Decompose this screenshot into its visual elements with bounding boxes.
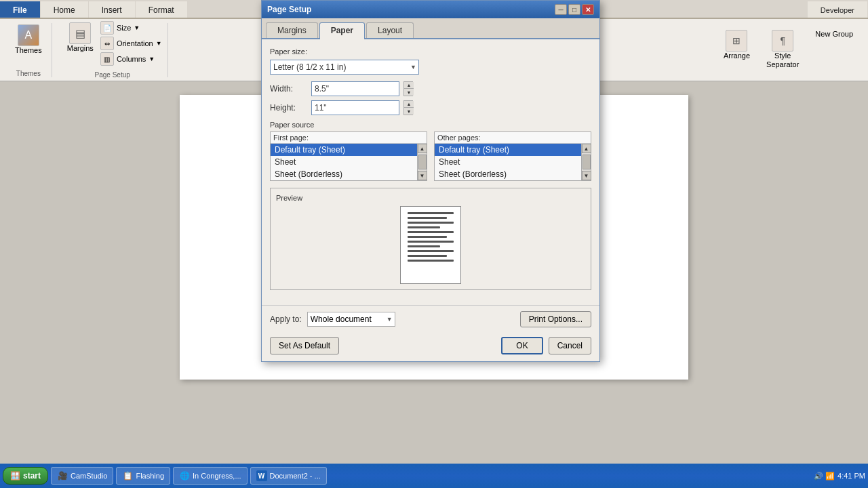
first-page-item-2[interactable]: Sheet (Borderless) <box>271 168 417 180</box>
margins-label: Margins <box>67 44 94 52</box>
size-button[interactable]: 📄 Size ▼ <box>100 21 162 35</box>
preview-line-10 <box>408 255 447 257</box>
orientation-button[interactable]: ⇔ Orientation ▼ <box>100 37 162 50</box>
width-row: Width: ▲ ▼ <box>270 81 591 96</box>
close-button[interactable]: ✕ <box>582 4 594 15</box>
first-page-item-1[interactable]: Sheet <box>271 156 417 168</box>
preview-line-4 <box>408 226 440 228</box>
word-icon: W <box>256 470 267 481</box>
width-down-arrow[interactable]: ▼ <box>404 89 414 96</box>
style-separator-icon: ¶ <box>772 30 793 52</box>
browser-icon: 🌐 <box>179 470 190 481</box>
maximize-button[interactable]: □ <box>568 4 580 15</box>
ok-button[interactable]: OK <box>501 337 542 354</box>
ribbon-group-page-setup: ▤ Margins 📄 Size ▼ ⇔ Orientation ▼ <box>58 23 168 77</box>
tab-file-label: File <box>13 5 27 15</box>
first-page-scroll-up[interactable]: ▲ <box>418 144 427 153</box>
preview-line-8 <box>408 245 440 247</box>
paper-source-label: Paper source <box>270 121 591 129</box>
start-label: start <box>23 471 41 481</box>
orientation-chevron: ▼ <box>156 40 162 47</box>
margins-button[interactable]: ▤ Margins <box>63 21 98 66</box>
width-input[interactable] <box>311 81 399 96</box>
apply-to-select[interactable]: Whole document This section This point f… <box>307 312 395 327</box>
other-pages-item-0[interactable]: Default tray (Sheet) <box>435 144 581 156</box>
flashing-icon: 📋 <box>122 470 133 481</box>
other-pages-scroll-down[interactable]: ▼ <box>582 171 591 180</box>
page-setup-dialog: Page Setup ─ □ ✕ Margins Paper Layout Pa… <box>261 0 600 362</box>
first-page-item-0[interactable]: Default tray (Sheet) <box>271 144 417 156</box>
camstudio-label: CamStudio <box>71 472 107 480</box>
preview-page <box>400 206 461 284</box>
arrange-button[interactable]: ⊞ Arrange <box>719 28 754 61</box>
height-up-arrow[interactable]: ▲ <box>404 101 414 108</box>
other-pages-item-1[interactable]: Sheet <box>435 156 581 168</box>
width-up-arrow[interactable]: ▲ <box>404 82 414 89</box>
tab-format-label: Format <box>149 5 174 15</box>
tab-file[interactable]: File <box>0 1 40 18</box>
set-as-default-label: Set As Default <box>279 341 330 350</box>
preview-section: Preview <box>270 188 591 290</box>
themes-icon: A <box>18 24 39 46</box>
taskbar-item-flashing[interactable]: 📋 Flashing <box>116 467 170 485</box>
width-label: Width: <box>270 84 307 94</box>
apply-to-select-wrapper: Whole document This section This point f… <box>307 312 395 327</box>
cancel-label: Cancel <box>557 341 583 350</box>
tab-layout[interactable]: Layout <box>366 22 414 38</box>
dialog-titlebar: Page Setup ─ □ ✕ <box>262 1 599 18</box>
other-pages-list: Default tray (Sheet) Sheet Sheet (Border… <box>435 144 581 180</box>
camstudio-icon: 🎥 <box>57 470 68 481</box>
flashing-label: Flashing <box>136 472 164 480</box>
cancel-button[interactable]: Cancel <box>549 337 591 354</box>
tab-margins[interactable]: Margins <box>266 22 318 38</box>
taskbar-item-word[interactable]: W Document2 - ... <box>250 467 327 485</box>
print-options-button[interactable]: Print Options... <box>520 311 591 327</box>
height-down-arrow[interactable]: ▼ <box>404 108 414 115</box>
other-pages-item-2[interactable]: Sheet (Borderless) <box>435 168 581 180</box>
first-page-list: Default tray (Sheet) Sheet Sheet (Border… <box>271 144 417 180</box>
tab-insert[interactable]: Insert <box>89 1 135 18</box>
size-chevron: ▼ <box>134 24 140 31</box>
minimize-button[interactable]: ─ <box>555 4 567 15</box>
first-page-scroll-thumb[interactable] <box>418 155 427 169</box>
first-page-list-container: Default tray (Sheet) Sheet Sheet (Border… <box>271 144 427 180</box>
tab-format[interactable]: Format <box>136 1 187 18</box>
ribbon-group-right: ⊞ Arrange ¶ StyleSeparator New Group <box>714 23 863 77</box>
tab-insert-label: Insert <box>102 5 122 15</box>
margins-icon: ▤ <box>69 22 91 44</box>
paper-size-row: Letter (8 1/2 x 11 in) A4 Legal <box>270 60 591 75</box>
new-group-button[interactable]: New Group <box>811 28 857 39</box>
tab-developer[interactable]: Developer <box>808 1 867 18</box>
print-options-label: Print Options... <box>529 314 583 324</box>
paper-tab-label: Paper <box>331 26 353 35</box>
style-separator-label: StyleSeparator <box>766 52 799 69</box>
preview-line-9 <box>408 250 454 252</box>
taskbar-item-camstudio[interactable]: 🎥 CamStudio <box>51 467 113 485</box>
preview-line-5 <box>408 231 454 233</box>
other-pages-scroll-thumb[interactable] <box>583 155 591 169</box>
other-pages-scroll-up[interactable]: ▲ <box>582 144 591 153</box>
preview-line-7 <box>408 241 454 243</box>
margins-tab-label: Margins <box>277 26 307 35</box>
first-page-scroll-down[interactable]: ▼ <box>418 171 427 180</box>
first-page-scrollbar: ▲ ▼ <box>417 144 427 180</box>
word-label: Document2 - ... <box>270 472 321 480</box>
themes-label: Themes <box>15 46 42 54</box>
taskbar-right: 🔊 📶 4:41 PM <box>814 472 865 481</box>
start-button[interactable]: 🪟 start <box>3 467 48 485</box>
size-label: Size <box>117 24 131 32</box>
themes-button[interactable]: A Themes <box>11 23 46 56</box>
height-spinner: ▲ ▼ <box>403 100 413 115</box>
size-icon: 📄 <box>100 21 114 35</box>
taskbar-item-browser[interactable]: 🌐 In Congress,... <box>173 467 248 485</box>
paper-size-select[interactable]: Letter (8 1/2 x 11 in) A4 Legal <box>270 60 419 75</box>
columns-button[interactable]: ▥ Columns ▼ <box>100 52 162 66</box>
dialog-action-row: Set As Default OK Cancel <box>262 333 599 361</box>
set-as-default-button[interactable]: Set As Default <box>270 337 339 354</box>
tab-home[interactable]: Home <box>41 1 88 18</box>
tab-developer-label: Developer <box>821 6 854 14</box>
layout-tab-label: Layout <box>378 26 402 35</box>
tab-paper[interactable]: Paper <box>319 22 365 39</box>
style-separator-button[interactable]: ¶ StyleSeparator <box>762 28 803 70</box>
height-input[interactable] <box>311 100 399 115</box>
